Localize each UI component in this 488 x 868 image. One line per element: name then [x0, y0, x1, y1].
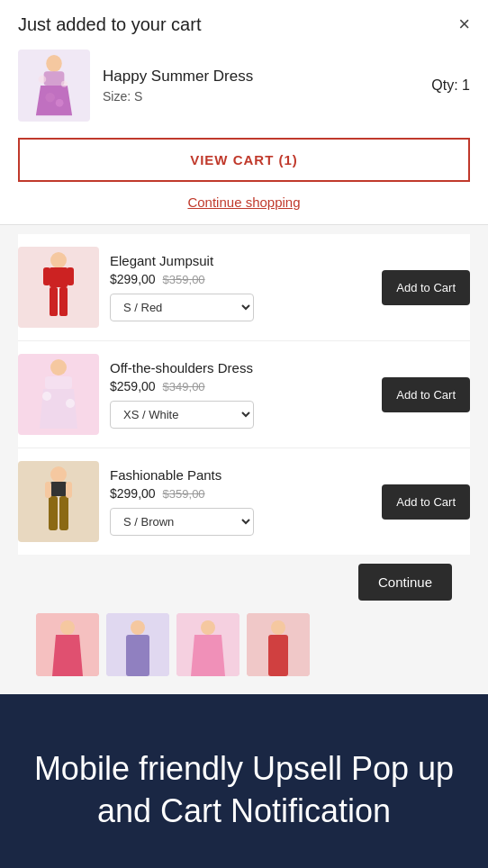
upsell-item: Elegant Jumpsuit $299,00 $359,00 S / Red… — [18, 234, 470, 341]
svg-rect-11 — [43, 267, 50, 285]
add-to-cart-button-1[interactable]: Add to Cart — [382, 270, 470, 305]
svg-point-16 — [42, 392, 51, 401]
add-to-cart-button-3[interactable]: Add to Cart — [382, 484, 470, 520]
svg-point-25 — [60, 620, 75, 635]
svg-point-17 — [66, 399, 75, 408]
svg-rect-23 — [66, 482, 72, 498]
svg-marker-32 — [191, 635, 225, 676]
cart-item-info: Happy Summer Dress Size: S — [103, 68, 419, 104]
price-current-1: $299,00 — [110, 272, 156, 286]
cart-item-image — [18, 50, 90, 122]
svg-marker-2 — [36, 86, 72, 115]
add-to-cart-button-2[interactable]: Add to Cart — [382, 377, 470, 412]
svg-rect-10 — [59, 287, 68, 316]
upsell-item-name-2: Off-the-shoulders Dress — [110, 360, 371, 375]
svg-rect-29 — [126, 635, 149, 676]
svg-rect-20 — [49, 496, 58, 530]
svg-point-31 — [201, 620, 215, 635]
upsell-item-name-1: Elegant Jumpsuit — [110, 253, 371, 268]
upsell-item-image-3 — [18, 461, 99, 542]
svg-marker-26 — [52, 635, 83, 676]
svg-rect-21 — [59, 496, 68, 530]
price-original-1: $359,00 — [163, 273, 205, 286]
price-original-3: $359,00 — [163, 487, 205, 501]
variant-select-2[interactable]: XS / White S / White M / White — [110, 401, 254, 429]
notification-header: Just added to your cart × — [18, 14, 470, 35]
notification-title: Just added to your cart — [18, 14, 201, 35]
upsell-section: Elegant Jumpsuit $299,00 $359,00 S / Red… — [0, 225, 488, 694]
upsell-item-name-3: Fashionable Pants — [110, 467, 371, 483]
price-current-3: $299,00 — [110, 486, 156, 501]
upsell-item-info-3: Fashionable Pants $299,00 $359,00 S / Br… — [110, 467, 371, 536]
cart-item-name: Happy Summer Dress — [103, 68, 419, 86]
svg-rect-9 — [50, 287, 58, 316]
svg-point-5 — [45, 93, 55, 103]
price-row-1: $299,00 $359,00 — [110, 272, 371, 286]
thumbnail-2[interactable] — [106, 613, 169, 676]
upsell-item-3: Fashionable Pants $299,00 $359,00 S / Br… — [18, 448, 470, 555]
svg-point-13 — [50, 359, 67, 375]
hero-section: Mobile friendly Upsell Pop up and Cart N… — [0, 694, 488, 868]
price-current-2: $259,00 — [110, 379, 156, 393]
svg-point-7 — [50, 252, 67, 268]
price-row-3: $299,00 $359,00 — [110, 486, 371, 501]
continue-btn-row: Continue — [18, 555, 470, 604]
svg-rect-22 — [45, 482, 51, 498]
svg-rect-35 — [268, 635, 288, 676]
svg-point-34 — [271, 620, 285, 635]
upsell-item-info-1: Elegant Jumpsuit $299,00 $359,00 S / Red… — [110, 253, 371, 321]
continue-shopping-link[interactable]: Continue shopping — [18, 194, 470, 224]
hero-title: Mobile friendly Upsell Pop up and Cart N… — [27, 748, 461, 833]
upsell-item-image-1 — [18, 247, 99, 328]
thumbnail-strip — [18, 604, 470, 685]
svg-point-6 — [56, 99, 64, 107]
upsell-item-image-2 — [18, 354, 99, 435]
close-button[interactable]: × — [458, 14, 470, 34]
cart-item-size: Size: S — [103, 89, 419, 104]
variant-select-3[interactable]: S / Brown M / Brown L / Brown — [110, 508, 254, 536]
svg-point-3 — [39, 76, 47, 84]
view-cart-button[interactable]: VIEW CART (1) — [18, 138, 470, 182]
price-row-2: $259,00 $349,00 — [110, 379, 371, 393]
cart-item-qty: Qty: 1 — [431, 77, 470, 94]
upsell-item-info-2: Off-the-shoulders Dress $259,00 $349,00 … — [110, 360, 371, 429]
continue-button[interactable]: Continue — [358, 564, 452, 601]
svg-point-18 — [50, 466, 67, 483]
svg-rect-8 — [50, 267, 68, 287]
svg-rect-12 — [67, 267, 74, 285]
svg-rect-19 — [50, 482, 67, 496]
variant-select-1[interactable]: S / Red M / Red L / Red — [110, 294, 254, 321]
svg-point-0 — [46, 55, 62, 72]
thumbnail-1[interactable] — [36, 613, 99, 676]
svg-rect-14 — [45, 376, 72, 389]
upsell-item-2: Off-the-shoulders Dress $259,00 $349,00 … — [18, 341, 470, 448]
thumbnail-3[interactable] — [176, 613, 239, 676]
svg-point-28 — [131, 620, 145, 635]
notification-panel: Just added to your cart × Happy Summer D… — [0, 0, 488, 225]
price-original-2: $349,00 — [163, 380, 205, 393]
thumbnail-4[interactable] — [247, 613, 310, 676]
cart-item-row: Happy Summer Dress Size: S Qty: 1 — [18, 50, 470, 122]
svg-point-4 — [61, 81, 68, 87]
